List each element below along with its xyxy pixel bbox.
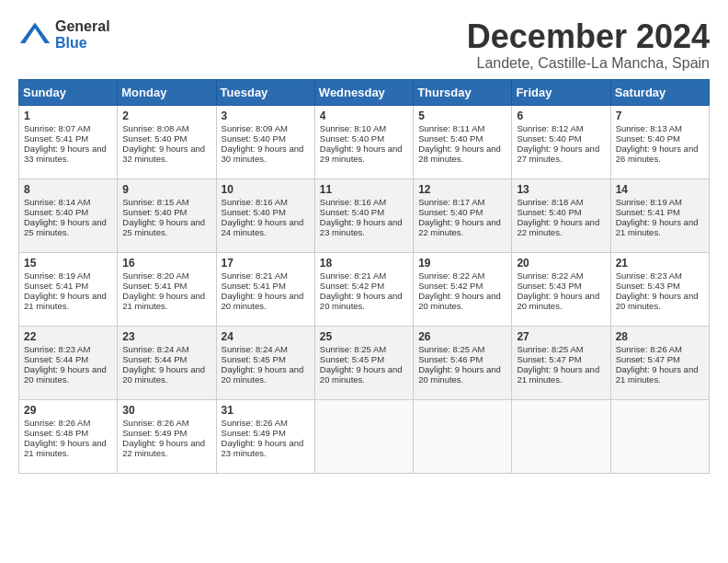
day-number: 6 (517, 109, 605, 122)
day-number: 25 (320, 330, 408, 343)
day-number: 2 (122, 109, 210, 122)
day-number: 10 (222, 183, 310, 196)
logo-general: General (55, 18, 110, 35)
table-row: 5 Sunrise: 8:11 AMSunset: 5:40 PMDayligh… (414, 105, 512, 178)
logo-text: General Blue (55, 18, 110, 51)
table-row: 30 Sunrise: 8:26 AMSunset: 5:49 PMDaylig… (118, 399, 216, 473)
day-number: 22 (24, 330, 112, 343)
table-row: 23 Sunrise: 8:24 AMSunset: 5:44 PMDaylig… (118, 326, 216, 399)
day-number: 19 (418, 257, 506, 270)
table-row: 27 Sunrise: 8:25 AMSunset: 5:47 PMDaylig… (512, 326, 610, 399)
col-friday: Friday (512, 79, 610, 105)
logo: General Blue (18, 18, 110, 52)
table-row (512, 399, 610, 473)
day-number: 12 (418, 183, 506, 196)
day-number: 31 (222, 404, 310, 417)
col-wednesday: Wednesday (314, 79, 413, 105)
day-number: 16 (122, 257, 210, 270)
day-number: 5 (418, 109, 506, 122)
table-row: 20 Sunrise: 8:22 AMSunset: 5:43 PMDaylig… (512, 252, 610, 326)
table-row: 11 Sunrise: 8:16 AMSunset: 5:40 PMDaylig… (314, 178, 413, 252)
week-row: 8 Sunrise: 8:14 AMSunset: 5:40 PMDayligh… (19, 178, 710, 252)
day-number: 4 (320, 109, 408, 122)
table-row: 8 Sunrise: 8:14 AMSunset: 5:40 PMDayligh… (19, 178, 118, 252)
day-number: 1 (24, 109, 112, 122)
day-number: 8 (24, 183, 112, 196)
day-number: 3 (222, 109, 310, 122)
table-row: 18 Sunrise: 8:21 AMSunset: 5:42 PMDaylig… (314, 252, 413, 326)
col-tuesday: Tuesday (216, 79, 314, 105)
table-row (314, 399, 413, 473)
col-monday: Monday (118, 79, 216, 105)
col-sunday: Sunday (19, 79, 118, 105)
table-row: 3 Sunrise: 8:09 AMSunset: 5:40 PMDayligh… (216, 105, 314, 178)
table-row: 28 Sunrise: 8:26 AMSunset: 5:47 PMDaylig… (610, 326, 709, 399)
table-row: 2 Sunrise: 8:08 AMSunset: 5:40 PMDayligh… (118, 105, 216, 178)
table-row: 21 Sunrise: 8:23 AMSunset: 5:43 PMDaylig… (610, 252, 709, 326)
week-row: 1 Sunrise: 8:07 AMSunset: 5:41 PMDayligh… (19, 105, 710, 178)
day-number: 20 (517, 257, 605, 270)
calendar-table: Sunday Monday Tuesday Wednesday Thursday… (18, 79, 710, 474)
header-row: Sunday Monday Tuesday Wednesday Thursday… (19, 79, 710, 105)
table-row: 12 Sunrise: 8:17 AMSunset: 5:40 PMDaylig… (414, 178, 512, 252)
day-number: 27 (517, 330, 605, 343)
table-row: 1 Sunrise: 8:07 AMSunset: 5:41 PMDayligh… (19, 105, 118, 178)
day-number: 26 (418, 330, 506, 343)
table-row: 13 Sunrise: 8:18 AMSunset: 5:40 PMDaylig… (512, 178, 610, 252)
table-row: 7 Sunrise: 8:13 AMSunset: 5:40 PMDayligh… (610, 105, 709, 178)
table-row: 10 Sunrise: 8:16 AMSunset: 5:40 PMDaylig… (216, 178, 314, 252)
day-number: 21 (616, 257, 704, 270)
day-number: 11 (320, 183, 408, 196)
table-row: 24 Sunrise: 8:24 AMSunset: 5:45 PMDaylig… (216, 326, 314, 399)
table-row (610, 399, 709, 473)
week-row: 15 Sunrise: 8:19 AMSunset: 5:41 PMDaylig… (19, 252, 710, 326)
day-number: 30 (122, 404, 210, 417)
table-row: 15 Sunrise: 8:19 AMSunset: 5:41 PMDaylig… (19, 252, 118, 326)
calendar-subtitle: Landete, Castille-La Mancha, Spain (467, 55, 710, 72)
table-row: 31 Sunrise: 8:26 AMSunset: 5:49 PMDaylig… (216, 399, 314, 473)
table-row: 9 Sunrise: 8:15 AMSunset: 5:40 PMDayligh… (118, 178, 216, 252)
table-row: 6 Sunrise: 8:12 AMSunset: 5:40 PMDayligh… (512, 105, 610, 178)
table-row: 26 Sunrise: 8:25 AMSunset: 5:46 PMDaylig… (414, 326, 512, 399)
col-saturday: Saturday (610, 79, 709, 105)
table-row: 16 Sunrise: 8:20 AMSunset: 5:41 PMDaylig… (118, 252, 216, 326)
week-row: 29 Sunrise: 8:26 AMSunset: 5:48 PMDaylig… (19, 399, 710, 473)
day-number: 17 (222, 257, 310, 270)
table-row: 17 Sunrise: 8:21 AMSunset: 5:41 PMDaylig… (216, 252, 314, 326)
page-header: General Blue December 2024 Landete, Cast… (18, 18, 710, 72)
week-row: 22 Sunrise: 8:23 AMSunset: 5:44 PMDaylig… (19, 326, 710, 399)
day-number: 9 (122, 183, 210, 196)
day-number: 24 (222, 330, 310, 343)
table-row: 22 Sunrise: 8:23 AMSunset: 5:44 PMDaylig… (19, 326, 118, 399)
day-number: 29 (24, 404, 112, 417)
day-number: 23 (122, 330, 210, 343)
day-number: 13 (517, 183, 605, 196)
col-thursday: Thursday (414, 79, 512, 105)
day-number: 18 (320, 257, 408, 270)
table-row: 4 Sunrise: 8:10 AMSunset: 5:40 PMDayligh… (314, 105, 413, 178)
day-number: 15 (24, 257, 112, 270)
logo-blue: Blue (55, 35, 110, 52)
day-number: 14 (616, 183, 704, 196)
logo-icon (18, 18, 51, 52)
table-row: 29 Sunrise: 8:26 AMSunset: 5:48 PMDaylig… (19, 399, 118, 473)
calendar-title: December 2024 (467, 18, 710, 55)
day-number: 28 (616, 330, 704, 343)
table-row: 19 Sunrise: 8:22 AMSunset: 5:42 PMDaylig… (414, 252, 512, 326)
title-block: December 2024 Landete, Castille-La Manch… (467, 18, 710, 72)
table-row (414, 399, 512, 473)
table-row: 14 Sunrise: 8:19 AMSunset: 5:41 PMDaylig… (610, 178, 709, 252)
table-row: 25 Sunrise: 8:25 AMSunset: 5:45 PMDaylig… (314, 326, 413, 399)
day-number: 7 (616, 109, 704, 122)
